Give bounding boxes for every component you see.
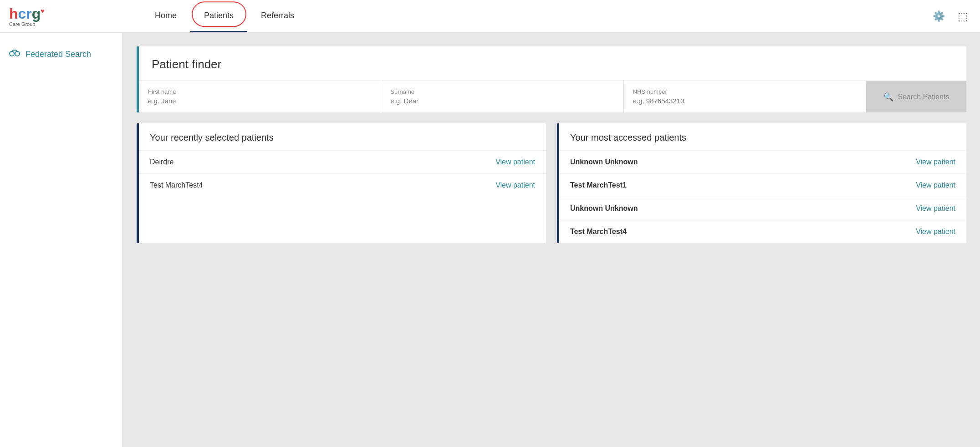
nhs-number-input[interactable] xyxy=(633,97,857,105)
bottom-row: Your recently selected patients Deirdre … xyxy=(137,123,966,243)
first-name-label: First name xyxy=(148,88,372,95)
recently-selected-card: Your recently selected patients Deirdre … xyxy=(137,123,546,243)
accessed-view-link-2[interactable]: View patient xyxy=(916,204,955,213)
nav-home[interactable]: Home xyxy=(141,0,190,32)
nav-patients[interactable]: Patients xyxy=(190,0,247,32)
accessed-patient-name-2: Unknown Unknown xyxy=(570,204,638,213)
recent-view-link-1[interactable]: View patient xyxy=(495,181,535,189)
accessed-view-link-0[interactable]: View patient xyxy=(916,158,955,166)
federated-search-icon xyxy=(9,48,20,60)
nhs-number-field: NHS number xyxy=(624,81,866,112)
recently-selected-title: Your recently selected patients xyxy=(139,123,546,150)
logout-button[interactable]: ⬚ xyxy=(955,7,971,25)
accessed-patient-name-0: Unknown Unknown xyxy=(570,158,638,166)
accessed-patient-row-0: Unknown Unknown View patient xyxy=(559,150,966,173)
most-accessed-title: Your most accessed patients xyxy=(559,123,966,150)
patient-finder-card: Patient finder First name Surname NHS nu… xyxy=(137,46,966,112)
first-name-input[interactable] xyxy=(148,97,372,105)
svg-rect-2 xyxy=(14,53,15,54)
surname-field: Surname xyxy=(381,81,623,112)
accessed-patient-row-1: Test MarchTest1 View patient xyxy=(559,173,966,197)
main-nav: Home Patients Referrals xyxy=(141,0,308,32)
accessed-view-link-3[interactable]: View patient xyxy=(916,228,955,236)
header-actions: ⚙️ ⬚ xyxy=(930,7,971,25)
accessed-patient-row-2: Unknown Unknown View patient xyxy=(559,197,966,220)
nav-referrals[interactable]: Referrals xyxy=(247,0,308,32)
most-accessed-card: Your most accessed patients Unknown Unkn… xyxy=(557,123,966,243)
accessed-view-link-1[interactable]: View patient xyxy=(916,181,955,189)
surname-label: Surname xyxy=(390,88,614,95)
svg-point-1 xyxy=(15,51,20,56)
patient-finder-title: Patient finder xyxy=(139,46,966,81)
accessed-patient-name-3: Test MarchTest4 xyxy=(570,228,627,236)
app-header: hcrg♥ Care Group Home Patients Referrals… xyxy=(0,0,980,33)
recent-patient-name-1: Test MarchTest4 xyxy=(150,181,203,189)
surname-input[interactable] xyxy=(390,97,614,105)
search-button-label: Search Patients xyxy=(898,93,949,101)
search-patients-button[interactable]: 🔍 Search Patients xyxy=(866,81,966,112)
logo-area: hcrg♥ Care Group xyxy=(9,5,132,27)
svg-point-0 xyxy=(10,51,14,56)
nhs-number-label: NHS number xyxy=(633,88,857,95)
settings-icon: ⚙️ xyxy=(933,10,945,22)
federated-search-label: Federated Search xyxy=(26,50,91,59)
search-icon: 🔍 xyxy=(883,92,893,102)
sidebar-item-federated-search[interactable]: Federated Search xyxy=(0,42,122,66)
logout-icon: ⬚ xyxy=(958,10,968,22)
recent-view-link-0[interactable]: View patient xyxy=(495,158,535,166)
recent-patient-row-0: Deirdre View patient xyxy=(139,150,546,173)
sidebar: Federated Search xyxy=(0,33,123,447)
main-content: Patient finder First name Surname NHS nu… xyxy=(123,33,980,447)
accessed-patient-row-3: Test MarchTest4 View patient xyxy=(559,220,966,243)
first-name-field: First name xyxy=(139,81,381,112)
search-row: First name Surname NHS number 🔍 Search P… xyxy=(139,81,966,112)
recent-patient-name-0: Deirdre xyxy=(150,158,174,166)
accessed-patient-name-1: Test MarchTest1 xyxy=(570,181,627,189)
recent-patient-row-1: Test MarchTest4 View patient xyxy=(139,173,546,197)
settings-button[interactable]: ⚙️ xyxy=(930,8,948,25)
app-layout: Federated Search Patient finder First na… xyxy=(0,33,980,447)
logo: hcrg♥ xyxy=(9,5,45,22)
